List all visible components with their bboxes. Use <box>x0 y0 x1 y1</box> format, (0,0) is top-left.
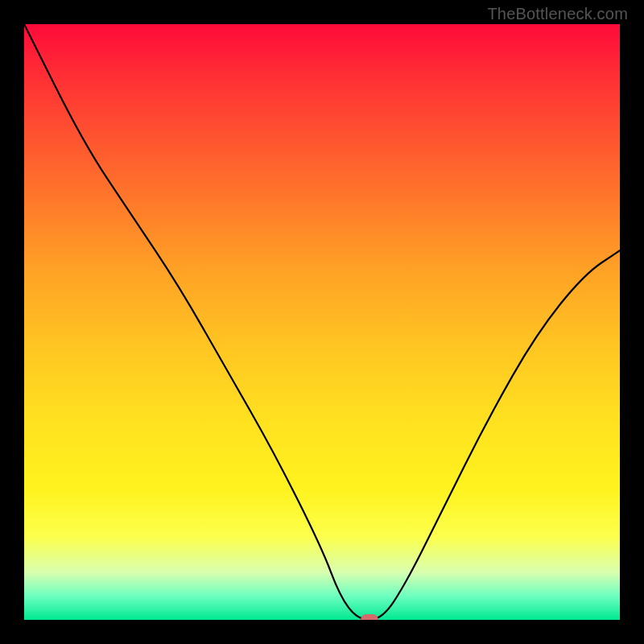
plot-area <box>24 24 620 620</box>
optimum-marker <box>361 614 378 620</box>
watermark-text: TheBottleneck.com <box>487 5 628 23</box>
bottleneck-curve <box>24 24 620 620</box>
curve-layer <box>24 24 620 620</box>
